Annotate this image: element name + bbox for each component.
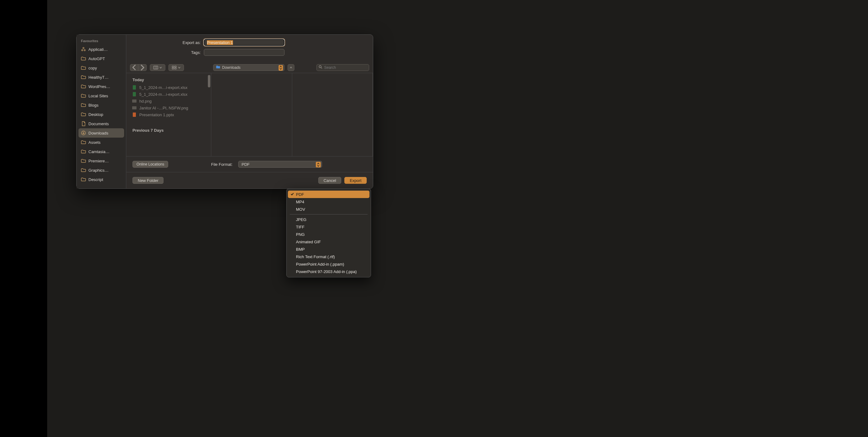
app-left-strip (0, 0, 47, 437)
sidebar-item-label: Local Sites (88, 94, 108, 98)
format-option-rich-text-format-rtf-[interactable]: Rich Text Format (.rtf) (288, 253, 370, 260)
search-icon (319, 65, 322, 70)
file-row[interactable]: 5_1_2024-m…i-export.xlsx (126, 84, 211, 91)
svg-point-0 (83, 47, 84, 49)
scrollbar-thumb[interactable] (208, 75, 210, 88)
document-icon (81, 121, 86, 126)
sidebar-item-assets[interactable]: Assets (76, 138, 126, 147)
view-mode-columns-button[interactable] (150, 64, 165, 71)
check-icon (290, 192, 294, 197)
nav-back-button[interactable] (130, 64, 138, 71)
svg-line-12 (321, 68, 322, 68)
updown-icon (316, 162, 321, 167)
sidebar-item-graphics-[interactable]: Graphics… (76, 166, 126, 175)
file-icon (132, 112, 137, 117)
svg-rect-7 (172, 66, 174, 67)
file-name: 5_1_2024-m…i-export.xlsx (139, 85, 187, 90)
file-column-1[interactable]: Today 5_1_2024-m…i-export.xlsx5_1_2024-m… (126, 73, 211, 156)
collapse-button[interactable] (287, 64, 294, 71)
downloads-icon (81, 131, 86, 135)
sidebar-item-camtasia-[interactable]: Camtasia… (76, 147, 126, 156)
folder-icon (81, 168, 86, 173)
export-dialog: Favourites Applicati…AutoGPTcopyHealthyT… (76, 34, 373, 189)
sidebar-item-label: WordPres… (88, 84, 111, 89)
file-name: Presentation 1.pptx (139, 112, 174, 117)
sidebar-item-documents[interactable]: Documents (76, 119, 126, 128)
sidebar-item-label: Documents (88, 122, 109, 126)
format-option-powerpoint-97-2003-add-in-ppa-[interactable]: PowerPoint 97-2003 Add-in (.ppa) (288, 268, 370, 275)
format-option-mp4[interactable]: MP4 (288, 198, 370, 205)
format-option-bmp[interactable]: BMP (288, 245, 370, 253)
file-row[interactable]: 5_1_2024-m…i-export.xlsx (126, 91, 211, 98)
sidebar-item-label: Applicati… (88, 47, 107, 52)
file-row[interactable]: hd.png (126, 98, 211, 104)
file-column-3 (292, 73, 373, 156)
folder-icon (81, 149, 86, 154)
folder-icon (81, 93, 86, 98)
sidebar-item-label: AutoGPT (88, 57, 105, 61)
folder-icon (81, 56, 86, 61)
folder-icon (81, 84, 86, 89)
file-browser: Today 5_1_2024-m…i-export.xlsx5_1_2024-m… (126, 73, 373, 156)
sidebar-item-label: Desktop (88, 112, 103, 117)
svg-rect-17 (133, 112, 136, 117)
updown-icon (279, 65, 283, 71)
location-label: Downloads (222, 65, 241, 70)
file-name: hd.png (139, 99, 152, 103)
svg-rect-8 (175, 66, 176, 67)
sidebar-item-descript[interactable]: Descript (76, 175, 126, 184)
applications-icon (81, 47, 86, 52)
format-option-mov[interactable]: MOV (288, 205, 370, 213)
format-option-pdf[interactable]: PDF (288, 191, 370, 198)
folder-icon (81, 75, 86, 80)
svg-rect-9 (172, 68, 174, 69)
sidebar-item-autogpt[interactable]: AutoGPT (76, 54, 126, 63)
format-option-jpeg[interactable]: JPEG (288, 216, 370, 223)
export-button[interactable]: Export (344, 177, 367, 184)
sidebar-item-healthyt-[interactable]: HealthyT… (76, 72, 126, 82)
dialog-main: Export as: Tags: (126, 35, 373, 189)
format-option-animated-gif[interactable]: Animated GIF (288, 238, 370, 245)
svg-rect-10 (175, 68, 176, 69)
cancel-button[interactable]: Cancel (318, 177, 341, 184)
sidebar-item-local-sites[interactable]: Local Sites (76, 91, 126, 100)
view-arrange-button[interactable] (168, 64, 184, 71)
online-locations-button[interactable]: Online Locations (132, 161, 168, 168)
file-format-dropdown: PDFMP4MOVJPEGTIFFPNGAnimated GIFBMPRich … (286, 189, 371, 277)
dropdown-separator (290, 214, 368, 214)
format-option-powerpoint-add-in-ppam-[interactable]: PowerPoint Add-in (.ppam) (288, 260, 370, 268)
file-format-select[interactable]: PDF (238, 161, 322, 168)
nav-forward-button[interactable] (138, 64, 147, 71)
new-folder-button[interactable]: New Folder (132, 177, 163, 184)
tags-label: Tags: (126, 50, 201, 55)
sidebar-item-label: Premiere… (88, 159, 109, 163)
folder-icon (81, 177, 86, 182)
search-input[interactable] (324, 65, 371, 70)
file-column-2 (211, 73, 292, 156)
svg-rect-13 (133, 85, 136, 90)
sidebar-item-label: HealthyT… (88, 75, 108, 80)
sidebar: Favourites Applicati…AutoGPTcopyHealthyT… (76, 35, 126, 189)
folder-icon (81, 103, 86, 107)
format-option-png[interactable]: PNG (288, 231, 370, 238)
sidebar-item-wordpres-[interactable]: WordPres… (76, 82, 126, 91)
location-popup-button[interactable]: Downloads (213, 64, 284, 71)
file-name: 5_1_2024-m…i-export.xlsx (139, 92, 187, 97)
sidebar-item-copy[interactable]: copy (76, 63, 126, 72)
sidebar-item-downloads[interactable]: Downloads (79, 128, 124, 138)
sidebar-item-applicati-[interactable]: Applicati… (76, 45, 126, 54)
sidebar-item-premiere-[interactable]: Premiere… (76, 156, 126, 166)
tags-input[interactable] (204, 49, 284, 56)
sidebar-item-desktop[interactable]: Desktop (76, 110, 126, 119)
svg-point-2 (84, 49, 85, 51)
export-as-input[interactable] (204, 39, 284, 46)
svg-point-11 (319, 66, 321, 68)
folder-icon (81, 65, 86, 70)
file-row[interactable]: Janitor AI -…PI, NSFW.png (126, 104, 211, 111)
file-row[interactable]: Presentation 1.pptx (126, 111, 211, 118)
group-header-today: Today (126, 76, 211, 84)
sidebar-item-blogs[interactable]: Blogs (76, 100, 126, 110)
bottom-bar: New Folder Cancel Export (126, 172, 373, 189)
format-option-tiff[interactable]: TIFF (288, 223, 370, 231)
file-icon (132, 92, 137, 97)
